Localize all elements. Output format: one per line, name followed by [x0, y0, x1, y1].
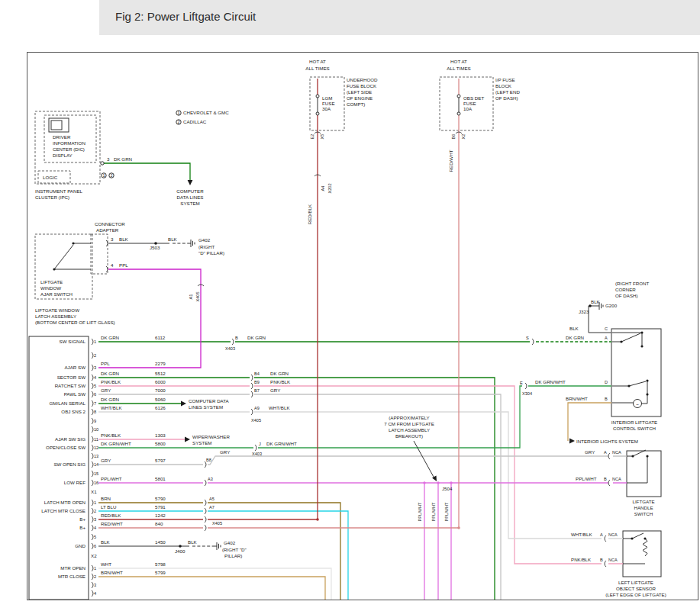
system-dest: LINES SYSTEM	[189, 404, 223, 410]
conn-label: A7	[209, 505, 215, 510]
control-switch-symbol	[612, 331, 649, 407]
dic-label: DISPLAY	[53, 153, 73, 158]
wire-label: DK GRN/WHT	[101, 441, 131, 446]
wire-label: DK GRN	[247, 335, 266, 340]
variant-number: 1	[102, 173, 105, 178]
wire-label: GRY	[101, 388, 111, 393]
conn-label: B8	[206, 458, 211, 462]
row-label: SECTOR SW	[57, 375, 86, 380]
circuit-number: 5799	[155, 570, 166, 575]
conn-label: X405	[195, 291, 200, 301]
conn-label: B4	[254, 371, 260, 376]
wire-label: BLK	[591, 299, 601, 304]
wire-ctrl-brnwht	[568, 403, 611, 441]
wire-label: BLK	[168, 236, 178, 242]
wire-label: PPL/WHT	[444, 502, 449, 521]
pin-number: 2	[94, 574, 96, 579]
wire-label: DK GRN	[566, 335, 584, 340]
circuit-number: 1242	[155, 513, 166, 518]
circuit-number: 5801	[155, 476, 166, 481]
pin-number: 3	[94, 517, 96, 522]
pin-number: 2	[94, 353, 96, 358]
ajar-caption: LIFTGATE	[40, 279, 63, 285]
pin-letter: D	[605, 380, 608, 384]
row-label: AJAR SW	[64, 365, 85, 370]
row-label: OPEN/CLOSE SW	[46, 445, 85, 450]
legend-circles	[102, 111, 181, 178]
ground-location: OF DASH)	[615, 293, 638, 298]
lamp-symbol: ~	[636, 401, 639, 407]
object-sensor-symbol	[623, 533, 647, 564]
legend-label: CHEVROLET & GMC	[183, 110, 229, 115]
wire-label: WHT/BLK	[571, 532, 592, 537]
wire-label: LT BLU	[101, 504, 116, 510]
fuse-block-label: (LEFT END	[495, 89, 520, 95]
wire-label: RED/WHT	[101, 521, 123, 526]
fuse-block-label: (LEFT SIDE	[347, 89, 372, 95]
hot-label: HOT AT	[309, 59, 326, 64]
fuse-name: FUSE	[322, 101, 335, 106]
conn-label: X405	[212, 521, 222, 526]
circuit-number: 5798	[155, 561, 166, 567]
wire-ipc-data	[104, 163, 190, 180]
component-caption: INTERIOR LIFTGATE	[611, 420, 657, 425]
wire-label: DK GRN/WHT	[266, 441, 297, 446]
wire-label: GRY	[101, 458, 111, 463]
row-label: GND	[75, 543, 85, 548]
pin-number: 4	[94, 375, 96, 380]
splice-label: J503	[150, 245, 160, 250]
pin-number: 1	[94, 566, 96, 571]
pin-number: 4	[94, 526, 96, 530]
wire-label: BLK	[188, 539, 198, 545]
connector-id: X1	[91, 489, 97, 494]
note-text: (APPROXIMATELY	[389, 415, 429, 420]
system-dest: WIPER/WASHER	[192, 434, 230, 439]
row-label: RATCHET SW	[55, 383, 85, 388]
fuse-name: FUSE	[463, 101, 476, 106]
ajar-caption: WINDOW	[40, 285, 61, 291]
wire-label: BLK	[569, 326, 579, 331]
circuit-number: 1303	[155, 433, 166, 438]
connector-id: X2	[91, 553, 97, 558]
pin-number: 15	[94, 471, 98, 476]
conn-label: NCA	[612, 450, 621, 455]
conn-label: A4	[321, 186, 325, 191]
figure-title: Fig 2: Power Liftgate Circuit	[99, 0, 700, 23]
wire-bplus-redblk	[98, 518, 319, 521]
wire-latch-mtr-open	[98, 503, 340, 600]
conn-label: X405	[251, 418, 261, 423]
wire-sw-open-sig	[98, 456, 627, 465]
wire-label: BRN/WHT	[101, 570, 123, 575]
fuse-name: OBS DET	[463, 95, 484, 101]
wire-label: PPL	[119, 262, 128, 268]
pin-letter: B	[605, 397, 608, 401]
wire-low-ref	[98, 481, 627, 600]
wire-label: WHT/BLK	[269, 405, 290, 410]
assembly-caption: LATCH ASSEMBLY	[35, 314, 76, 319]
pin-brackets	[92, 132, 610, 597]
circuit-number: 5790	[155, 496, 166, 501]
handle-switch-box	[627, 451, 661, 497]
note-text: LATCH ASSEMBLY	[389, 427, 430, 433]
row-label: GM/LAN SERIAL	[50, 400, 86, 406]
note-text: 7 CM FROM LIFTGATE	[384, 421, 434, 426]
wire-label: DK GRN	[101, 371, 119, 376]
ajar-caption: AJAR SWITCH	[40, 291, 73, 297]
conn-label: NCA	[612, 477, 621, 481]
fuse-rating: 10A	[463, 106, 473, 111]
dic-label: CENTER (DIC)	[53, 146, 85, 152]
wire-label: PPL/WHT	[431, 502, 436, 521]
pin-number: 2	[94, 509, 96, 513]
ajar-switch-symbol	[53, 242, 91, 270]
wire-label: PNK/BLK	[101, 379, 121, 384]
ipc-caption: CLUSTER (IPC)	[35, 195, 69, 200]
circuit-number: 5512	[155, 371, 166, 376]
wire-label: DK GRN/WHT	[535, 379, 566, 384]
conn-label: X202	[327, 183, 332, 193]
wire-label: PPL/WHT	[576, 476, 597, 481]
pin-number: 7	[94, 401, 96, 406]
dic-label: INFORMATION	[53, 140, 85, 146]
wire-label: PPL/WHT	[418, 502, 422, 521]
component-caption: LIFTGATE	[632, 499, 654, 504]
fuse-block-label: COMPT)	[347, 101, 365, 107]
